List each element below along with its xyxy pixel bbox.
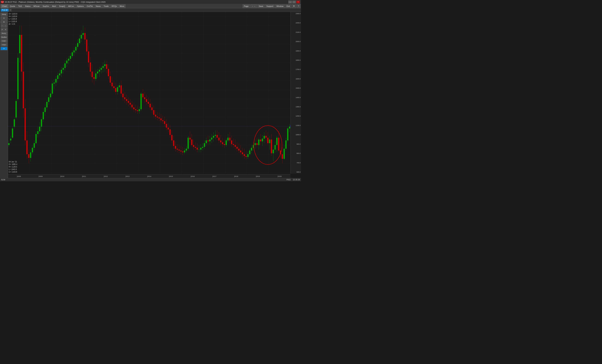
menu-button-snapq[interactable]: SnapQ xyxy=(58,4,66,8)
menu-button-alert[interactable]: Alert xyxy=(51,4,57,8)
ohlc-info: 04 Jan '21 O= 1085.4 H= 1128.5 L= 1043.5… xyxy=(9,161,17,173)
menu-button-options[interactable]: Options xyxy=(75,4,85,8)
sidebar: Setup ⊖ ⊕ ↔ ↕ # # ReSc| Studies <IntD> <… xyxy=(0,12,8,178)
time-label: |2020 xyxy=(278,175,282,177)
status-bar: NUM P002 15:35:38 xyxy=(0,178,301,181)
chart-canvas xyxy=(8,12,290,174)
open-value: O= 1103.8 xyxy=(9,13,17,15)
minimize-button[interactable]: — xyxy=(288,0,292,3)
right-button-?[interactable]: ? xyxy=(297,4,300,8)
menu-button-quote[interactable]: Quote xyxy=(9,4,17,8)
right-button-Page[interactable]: Page xyxy=(243,4,250,8)
price-label: 1700.0 xyxy=(291,68,301,70)
menu-button-allcon[interactable]: AllCon xyxy=(67,4,75,8)
hist-button[interactable]: <Hist> xyxy=(0,43,7,46)
price-label: 800.0 xyxy=(291,152,301,154)
intd-button[interactable]: <IntD> xyxy=(0,39,7,43)
time-label: |2011 xyxy=(82,175,86,177)
zoom-in-button[interactable]: ⊕ xyxy=(0,20,7,23)
menu-button-mscan[interactable]: MScan xyxy=(32,4,41,8)
ohlc-high: H= 1128.5 xyxy=(9,166,17,168)
right-button-Support[interactable]: Support xyxy=(265,4,275,8)
title-text: 15:35:37 PLE - Platinum (Globex), Monthl… xyxy=(5,1,106,3)
price-label: 2300.0 xyxy=(291,13,301,14)
status-right: P002 15:35:38 xyxy=(287,179,300,181)
menu-button-supsrv[interactable]: SupSrv xyxy=(41,4,50,8)
menu-button-news[interactable]: News xyxy=(95,4,102,8)
left-button[interactable]: ↔ xyxy=(1,24,4,27)
time-label: |2018 xyxy=(234,175,238,177)
low1-value: L= 1103.8 xyxy=(9,18,17,20)
menu-button-ordtkt[interactable]: OrdTkt xyxy=(86,4,94,8)
price-label: 1300.0 xyxy=(291,106,301,108)
menu-bar: ChartQuoteT&SStatusMScanSupSrvAlertSnapQ… xyxy=(0,4,301,8)
right-button-⚙[interactable]: ⚙ xyxy=(292,4,296,8)
status-p002: P002 xyxy=(287,179,291,181)
time-label: |2014 xyxy=(147,175,151,177)
oi-button[interactable]: OI xyxy=(0,47,7,50)
menu-bar-right: Page←→SaveSupportWindowExit⚙? xyxy=(243,4,300,8)
arrow-pair: ↔ ↕ xyxy=(1,24,7,27)
title-bar: CQG 15:35:37 PLE - Platinum (Globex), Mo… xyxy=(0,0,301,4)
scroll-right[interactable]: # xyxy=(4,28,7,31)
price-label: 1400.0 xyxy=(291,97,301,98)
price-label: 1100.0 xyxy=(291,125,301,126)
price-label: 1200.0 xyxy=(291,115,301,117)
tab-PLE.M[interactable]: PLE.M xyxy=(1,9,9,11)
menu-button-more[interactable]: More xyxy=(118,4,126,8)
right-button[interactable]: ↕ xyxy=(4,24,7,27)
price-label: 1800.0 xyxy=(291,59,301,61)
menu-button-trade[interactable]: Trade xyxy=(102,4,110,8)
time-label: |2015 xyxy=(169,175,173,177)
chart-info: O= 1103.8 H= 1103.8 L= 1103.8 L= 1103.8 … xyxy=(9,13,17,25)
time-label: |2008 xyxy=(17,175,21,177)
setup-button[interactable]: Setup xyxy=(0,13,7,16)
ohlc-low: L= 1043.5 xyxy=(9,168,17,171)
price-label: 2100.0 xyxy=(291,31,301,33)
app-icon: CQG xyxy=(1,1,4,3)
chart-area[interactable]: O= 1103.8 H= 1103.8 L= 1103.8 L= 1103.8 … xyxy=(8,12,301,178)
menu-button-rfqs[interactable]: RFQs xyxy=(110,4,118,8)
menu-button-status[interactable]: Status xyxy=(23,4,32,8)
zoom-out-button[interactable]: ⊖ xyxy=(0,17,7,20)
scroll-left[interactable]: # xyxy=(1,28,4,31)
menu-button-chart[interactable]: Chart xyxy=(1,4,8,8)
menu-buttons: ChartQuoteT&SStatusMScanSupSrvAlertSnapQ… xyxy=(1,4,126,8)
status-num: NUM xyxy=(1,179,5,181)
time-label: |2017 xyxy=(212,175,216,177)
ohlc-date: 04 Jan '21 xyxy=(9,161,17,163)
menu-button-t&s[interactable]: T&S xyxy=(17,4,23,8)
time-label: |2013 xyxy=(126,175,129,177)
price-label: 2200.0 xyxy=(291,22,301,24)
price-label: 1900.0 xyxy=(291,50,301,52)
price-label: 600.0 xyxy=(291,171,301,173)
price-label: 2000.0 xyxy=(291,41,301,43)
rescl-button[interactable]: ReSc| xyxy=(0,32,7,35)
status-time: 15:35:38 xyxy=(293,179,300,181)
price-label: 1000.0 xyxy=(291,134,301,136)
close-button[interactable]: ✕ xyxy=(296,0,300,3)
right-button-Save[interactable]: Save xyxy=(258,4,265,8)
right-button-←→[interactable]: ←→ xyxy=(250,4,257,8)
high-value: H= 1103.8 xyxy=(9,15,17,18)
studies-button[interactable]: Studies xyxy=(0,35,7,39)
right-button-Window[interactable]: Window xyxy=(275,4,285,8)
price-label: 1600.0 xyxy=(291,78,301,80)
tab-container: PLE.M xyxy=(1,9,9,11)
low2-value: L= 1103.8 xyxy=(9,20,17,23)
delta-value: Δ= +2.6 xyxy=(9,23,17,25)
main-area: Setup ⊖ ⊕ ↔ ↕ # # ReSc| Studies <IntD> <… xyxy=(0,12,301,178)
scroll-pair: # # xyxy=(1,28,7,31)
window-controls: — □ ✕ xyxy=(288,0,300,3)
price-label: 900.0 xyxy=(291,143,301,145)
time-label: |2009 xyxy=(39,175,43,177)
ohlc-close: C= 1103.8 xyxy=(9,171,17,173)
tab-bar: PLE.M + xyxy=(0,8,301,12)
time-axis: |2008|2009|2010|2011|2012|2013|2014|2015… xyxy=(8,174,290,178)
tab-add-button[interactable]: + xyxy=(9,9,11,11)
maximize-button[interactable]: □ xyxy=(292,0,296,3)
right-button-Exit[interactable]: Exit xyxy=(285,4,291,8)
price-label: 700.0 xyxy=(291,162,301,164)
ohlc-open: O= 1085.4 xyxy=(9,163,17,166)
time-label: |2010 xyxy=(60,175,64,177)
